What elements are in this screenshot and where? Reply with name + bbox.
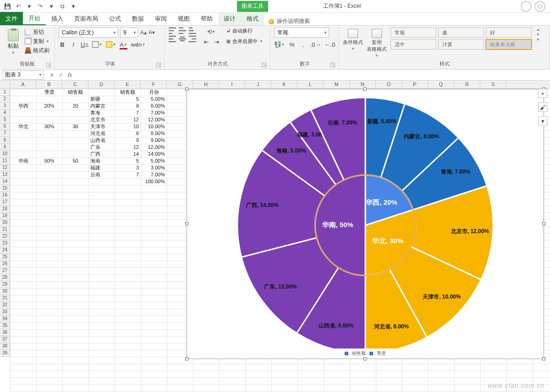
decrease-indent-icon[interactable]: ⇤ [203,38,210,46]
column-header[interactable]: O [376,81,402,88]
row-header[interactable]: 30 [0,288,10,295]
row-header[interactable]: 29 [0,281,10,288]
column-header[interactable]: R [454,81,480,88]
cell[interactable]: 8.00% [141,130,167,137]
cell[interactable]: 12 [115,144,141,151]
cell[interactable]: 云南 [88,171,115,178]
align-right-icon[interactable] [189,36,196,42]
tab-formulas[interactable]: 公式 [104,12,126,25]
save-icon[interactable]: 💾 [4,3,11,10]
cut-button[interactable]: 剪切 [23,27,50,37]
dialog-launcher-icon[interactable]: ↘ [156,63,161,67]
align-bottom-icon[interactable] [189,27,196,34]
row-header[interactable]: 26 [0,261,10,267]
cell[interactable]: 3 [115,164,141,171]
cell-styles-gallery[interactable]: 常规 差 好 适中 计算 检查单元格 [390,27,532,49]
row-header[interactable]: 19 [0,212,10,219]
merge-center-button[interactable]: ⊞合并后居中▼ [226,38,263,45]
cell[interactable]: 50 [62,158,88,164]
cell[interactable]: 5.00% [141,96,167,103]
cell[interactable]: 3.00% [141,164,167,171]
cell[interactable]: 华西 [10,103,36,109]
cell-style-neutral[interactable]: 适中 [390,39,436,49]
cell[interactable]: 12.00% [141,116,167,123]
chart-plot-area[interactable]: 新疆, 5.00%内蒙古, 8.00%青海, 7.00%北京市, 12.00%天… [191,93,540,348]
cell[interactable]: 12.00% [141,144,167,151]
cell[interactable]: 5.00% [141,158,167,164]
select-all-corner[interactable] [0,81,10,89]
cell[interactable]: 8 [115,103,141,109]
cell[interactable]: 50% [36,158,62,164]
cell[interactable]: 销售额 [115,89,141,96]
cell[interactable]: 华南 [10,158,36,164]
column-header[interactable]: L [297,81,324,88]
row-header[interactable]: 38 [0,343,10,350]
column-header[interactable]: J [245,81,271,88]
row-header[interactable]: 3 [0,103,10,109]
cell[interactable]: 华北 [10,123,36,130]
cell[interactable]: 广东 [88,144,115,151]
cell[interactable]: 青海 [88,109,115,116]
row-headers[interactable]: 1234567891011121314151617181920212223242… [0,89,10,357]
cell[interactable]: 季度 [36,89,62,96]
row-header[interactable]: 2 [0,96,10,103]
bold-button[interactable]: B [59,40,66,49]
cell[interactable]: 月份 [141,89,167,96]
cell[interactable]: 广西 [88,151,115,158]
row-header[interactable]: 25 [0,254,10,261]
font-family-combo[interactable]: Calibri (正文)▼ [59,27,118,38]
resize-handle-n[interactable] [363,87,367,91]
cell[interactable]: 7.00% [141,109,167,116]
cell[interactable]: 9 [115,137,141,144]
row-header[interactable]: 11 [0,158,10,164]
increase-font-icon[interactable]: A▴ [140,29,147,36]
cell[interactable]: 山西省 [88,137,115,144]
comma-format-button[interactable]: , [299,40,307,49]
column-header[interactable]: F [141,81,167,88]
row-header[interactable]: 24 [0,247,10,254]
cell[interactable]: 8.00% [141,103,167,109]
cell[interactable]: 销售额 [62,89,88,96]
row-header[interactable]: 1 [0,89,10,96]
column-header[interactable]: H [193,81,219,88]
cell[interactable]: 100.00% [141,178,167,185]
row-header[interactable]: 18 [0,206,10,212]
accounting-format-button[interactable]: 💱▼ [274,40,285,49]
resize-handle-s[interactable] [363,357,367,360]
cell[interactable]: 14 [115,151,141,158]
name-box[interactable]: 图表 3▼ [2,71,44,80]
worksheet-area[interactable]: ABCDEFGHIJKLMNOPQRS 12345678910111213141… [0,81,550,392]
gallery-down-icon[interactable]: ▼ [536,33,540,37]
undo-icon[interactable]: ↶ [15,3,22,10]
paste-dropdown-icon[interactable]: ▼ [11,51,15,55]
resize-handle-sw[interactable] [185,357,188,360]
fill-color-button[interactable]: ▼ [106,40,116,49]
italic-button[interactable]: I [70,40,77,49]
row-header[interactable]: 27 [0,267,10,274]
tab-home[interactable]: 开始 [23,11,46,25]
copy-button[interactable]: 复制▼ [23,37,50,46]
cancel-formula-icon[interactable]: ✕ [50,72,54,78]
row-header[interactable]: 37 [0,336,10,343]
align-middle-icon[interactable] [179,27,186,34]
column-header[interactable]: D [88,81,115,88]
tab-data[interactable]: 数据 [126,12,149,25]
cell-style-bad[interactable]: 差 [438,27,484,38]
chart-legend[interactable]: 销售额 季度 [345,350,386,357]
column-header[interactable]: E [115,81,141,88]
row-header[interactable]: 28 [0,274,10,281]
column-headers[interactable]: ABCDEFGHIJKLMNOPQRS [10,81,550,89]
tell-me-search[interactable]: 操作说明搜索 [264,17,314,25]
cell[interactable]: 内蒙古 [88,103,115,109]
row-header[interactable]: 22 [0,233,10,240]
row-header[interactable]: 8 [0,137,10,144]
gallery-more-icon[interactable]: ▼ [536,38,540,42]
cell[interactable]: 30% [36,123,62,130]
row-header[interactable]: 20 [0,219,10,226]
undo-dropdown-icon[interactable]: ▼ [26,3,33,10]
row-header[interactable]: 13 [0,171,10,178]
cell[interactable]: 5 [115,158,141,164]
cell[interactable]: 10.00% [141,123,167,130]
column-header[interactable]: S [480,81,506,88]
decrease-font-icon[interactable]: A▾ [148,29,155,36]
